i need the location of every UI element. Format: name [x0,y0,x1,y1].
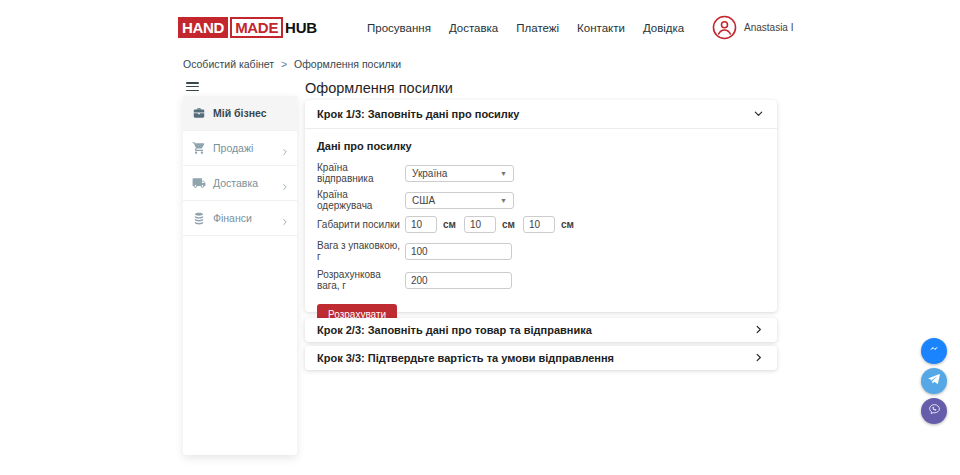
step1-card: Крок 1/3: Заповніть дані про посилку Дан… [305,100,777,312]
packed-weight-row: Вага з упаковкою, г [317,240,765,262]
sender-country-value: Україна [412,168,447,179]
select-arrow-icon: ▼ [500,197,507,204]
sidebar-item-sales[interactable]: Продажі [183,131,297,166]
recipient-country-label: Країна одержувача [317,189,405,211]
nav-item-help[interactable]: Довідка [643,22,684,34]
breadcrumb-separator: > [281,58,287,70]
dimensions-row: Габарити посилки см см см [317,216,765,233]
logo[interactable]: HAND MADE HUB [178,17,317,38]
nav-item-contacts[interactable]: Контакти [577,22,625,34]
select-arrow-icon: ▼ [500,170,507,177]
calculated-weight-input[interactable] [405,272,512,289]
sender-country-select[interactable]: Україна ▼ [405,165,514,182]
chevron-right-icon [280,213,290,223]
chevron-right-icon [280,143,290,153]
step3-card: Крок 3/3: Підтвердьте вартість та умови … [305,346,777,370]
sidebar-item-label: Мій бізнес [213,107,290,119]
viber-button[interactable] [921,398,947,424]
menu-hamburger-icon[interactable] [186,82,199,91]
step3-label: Крок 3/3: Підтвердьте вартість та умови … [317,352,614,364]
dimension-unit: см [443,219,456,230]
main-nav: Просування Доставка Платежі Контакти Дов… [367,0,684,55]
floating-social-widgets [921,338,947,424]
chevron-right-icon [280,178,290,188]
breadcrumb-parcel[interactable]: Оформлення посилки [294,58,401,70]
step3-header[interactable]: Крок 3/3: Підтвердьте вартість та умови … [305,346,777,370]
step1-body: Дані про посилку Країна відправника Укра… [305,129,777,325]
chevron-down-icon [753,105,764,123]
briefcase-icon [192,106,206,120]
recipient-country-row: Країна одержувача США ▼ [317,189,765,211]
messenger-icon [927,342,941,360]
logo-hand: HAND [178,17,228,38]
coins-icon [192,211,206,225]
dimension-unit: см [502,219,515,230]
calculated-weight-label: Розрахункова вага, г [317,269,405,291]
step2-header[interactable]: Крок 2/3: Заповніть дані про товар та ві… [305,318,777,342]
step1-label: Крок 1/3: Заповніть дані про посилку [317,108,519,120]
breadcrumb-cabinet[interactable]: Особистий кабінет [183,58,274,70]
sidebar: Мій бізнес Продажі Доставка [183,96,297,455]
logo-made: MADE [230,17,283,38]
sidebar-item-my-business[interactable]: Мій бізнес [183,96,297,131]
sidebar-item-finance[interactable]: Фінанси [183,201,297,236]
sidebar-item-delivery[interactable]: Доставка [183,166,297,201]
logo-hub: HUB [285,20,317,35]
user-avatar-icon [712,15,737,40]
cart-icon [192,141,206,155]
telegram-icon [927,372,941,390]
nav-item-delivery[interactable]: Доставка [449,22,498,34]
header: HAND MADE HUB Просування Доставка Платеж… [0,0,960,55]
dimensions-label: Габарити посилки [317,219,405,230]
page-title: Оформлення посилки [305,80,453,96]
user-name: Anastasia I [744,22,793,33]
sidebar-item-label: Фінанси [213,212,280,224]
step1-header[interactable]: Крок 1/3: Заповніть дані про посилку [305,100,777,129]
step2-card: Крок 2/3: Заповніть дані про товар та ві… [305,318,777,342]
dimension-length-input[interactable] [405,216,437,233]
recipient-country-value: США [412,195,435,206]
chevron-right-icon [753,349,764,367]
step2-label: Крок 2/3: Заповніть дані про товар та ві… [317,324,592,336]
packed-weight-label: Вага з упаковкою, г [317,240,405,262]
dimension-width-input[interactable] [464,216,496,233]
viber-icon [927,402,942,421]
telegram-button[interactable] [921,368,947,394]
nav-item-promotion[interactable]: Просування [367,22,431,34]
user-menu[interactable]: Anastasia I [712,15,793,40]
parcel-data-title: Дані про посилку [317,140,765,152]
sender-country-row: Країна відправника Україна ▼ [317,162,765,184]
breadcrumb: Особистий кабінет > Оформлення посилки [183,58,401,70]
dimension-height-input[interactable] [523,216,555,233]
truck-icon [192,176,206,190]
chevron-right-icon [753,321,764,339]
packed-weight-input[interactable] [405,243,512,260]
recipient-country-select[interactable]: США ▼ [405,192,514,209]
sidebar-item-label: Доставка [213,177,280,189]
dimension-unit: см [561,219,574,230]
sender-country-label: Країна відправника [317,162,405,184]
messenger-button[interactable] [921,338,947,364]
nav-item-payments[interactable]: Платежі [516,22,559,34]
page: HAND MADE HUB Просування Доставка Платеж… [0,0,960,475]
sidebar-item-label: Продажі [213,142,280,154]
calculated-weight-row: Розрахункова вага, г [317,269,765,291]
